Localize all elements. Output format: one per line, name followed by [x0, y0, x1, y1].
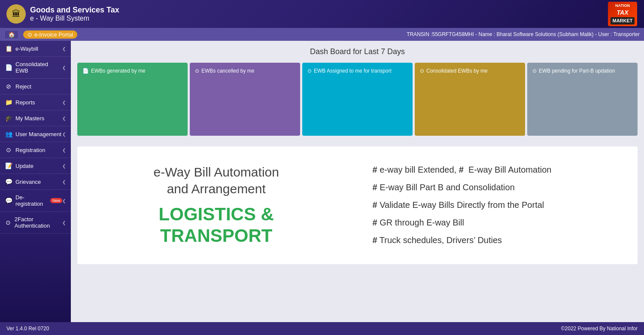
main-layout: 📋 e-Waybill ❮ 📄 Consolidated EWB ❮ ⊘ Rej… — [0, 41, 644, 322]
chevron-icon: ❮ — [62, 116, 66, 121]
sidebar-item-ewaybill[interactable]: 📋 e-Waybill ❮ — [0, 41, 71, 57]
card-ewbs-cancelled[interactable]: ⊙ EWBs cancelled by me — [190, 63, 300, 136]
consolidated-ewb-icon: 📄 — [5, 64, 12, 71]
sidebar-item-reject[interactable]: ⊘ Reject — [0, 79, 71, 94]
de-registration-icon: 💬 — [5, 197, 12, 204]
sidebar-label-reports: Reports — [15, 99, 35, 106]
dashboard-title: Dash Board for Last 7 Days — [77, 47, 638, 56]
promo-point-4: # GR through E-way Bill — [373, 218, 625, 228]
chevron-icon: ❮ — [62, 65, 66, 70]
sidebar-label-update: Update — [15, 163, 33, 169]
sidebar-item-user-management[interactable]: 👥 User Management ❮ — [0, 126, 71, 142]
sidebar-item-consolidated-ewb[interactable]: 📄 Consolidated EWB ❮ — [0, 57, 71, 79]
main-content: Dash Board for Last 7 Days 📄 EWBs genera… — [71, 41, 644, 322]
portal-icon: ⊙ — [27, 31, 32, 38]
sidebar-label-ewaybill: e-Waybill — [15, 46, 38, 52]
card-ewbs-cancelled-title: ⊙ EWBs cancelled by me — [195, 68, 295, 74]
card-icon: 📄 — [82, 68, 89, 74]
chevron-icon: ❮ — [62, 132, 66, 137]
user-type: - User : Transporter — [595, 31, 640, 37]
card-consolidated-ewbs-title: ⊙ Consolidated EWBs by me — [420, 68, 520, 74]
grievance-icon: 💬 — [5, 178, 12, 185]
company-name: - Name : Bharat Software Solutions (Subh… — [475, 31, 593, 37]
promo-point-3: # Validate E-way Bills Directly from the… — [373, 200, 625, 210]
registration-icon: ⊙ — [5, 146, 12, 153]
einvoice-portal-button[interactable]: ⊙ e-Invoice Portal — [23, 30, 77, 39]
promo-main-line1: LOGISTICS & — [159, 204, 274, 225]
card-icon: ⊙ — [420, 68, 424, 74]
user-management-icon: 👥 — [5, 131, 12, 137]
card-icon: ⊙ — [307, 68, 312, 74]
sidebar-label-grievance: Grievance — [15, 179, 41, 185]
card-icon: ⊙ — [532, 68, 537, 74]
card-ewbs-generated[interactable]: 📄 EWBs generated by me — [77, 63, 188, 136]
chevron-icon: ❮ — [62, 148, 66, 152]
ntm-logo-container: NATION TAX MARKET — [605, 2, 640, 26]
sidebar-item-2factor-auth[interactable]: ⊙ 2Factor Authentication ❮ — [0, 212, 71, 234]
promo-section: e-Way Bill Automationand Arrangement LOG… — [77, 146, 638, 264]
card-ewb-assigned[interactable]: ⊙ EWB Assigned to me for transport — [302, 63, 413, 136]
home-button[interactable]: 🏠 — [4, 30, 19, 39]
subheader-info: TRANSIN :55GRFTG458MHI - Name : Bharat S… — [407, 31, 640, 37]
sidebar-item-update[interactable]: 📝 Update ❮ — [0, 158, 71, 174]
reports-icon: 📁 — [5, 99, 12, 106]
ewaybill-icon: 📋 — [5, 45, 12, 52]
promo-point-2: # E-way Bill Part B and Consolidation — [373, 183, 625, 192]
ntm-logo: NATION TAX MARKET — [608, 2, 637, 26]
promo-point-1: # e-way bill Extended, # E-way Bill Auto… — [373, 165, 625, 175]
promo-main-line2: TRANSPORT — [159, 225, 274, 247]
sidebar-item-grievance[interactable]: 💬 Grievance ❮ — [0, 174, 71, 190]
promo-right: # e-way bill Extended, # E-way Bill Auto… — [364, 155, 634, 256]
sidebar-item-registration[interactable]: ⊙ Registration ❮ — [0, 142, 71, 158]
chevron-icon: ❮ — [62, 100, 66, 105]
header-title: Goods and Services Tax e - Way Bill Syst… — [30, 6, 119, 22]
sidebar-label-de-registration: De-registration — [15, 194, 46, 207]
chevron-icon: ❮ — [62, 220, 66, 225]
promo-main: LOGISTICS & TRANSPORT — [159, 204, 274, 247]
sidebar-item-reports[interactable]: 📁 Reports ❮ — [0, 94, 71, 110]
promo-left: e-Way Bill Automationand Arrangement LOG… — [82, 155, 351, 256]
footer-version: Ver 1.4.0 Rel 0720 — [6, 326, 49, 332]
card-consolidated-ewbs[interactable]: ⊙ Consolidated EWBs by me — [415, 63, 525, 136]
update-icon: 📝 — [5, 162, 12, 169]
sidebar-item-de-registration[interactable]: 💬 De-registration New ❮ — [0, 190, 71, 212]
transin: TRANSIN :55GRFTG458MHI — [407, 31, 474, 37]
chevron-icon: ❮ — [62, 164, 66, 168]
card-icon: ⊙ — [195, 68, 199, 74]
footer-copyright: ©2022 Powered By National Infor — [561, 326, 638, 332]
chevron-icon: ❮ — [62, 180, 66, 184]
sidebar-label-reject: Reject — [15, 83, 31, 90]
header: 🏛 Goods and Services Tax e - Way Bill Sy… — [0, 0, 644, 28]
government-emblem: 🏛 — [6, 4, 26, 24]
sidebar-label-consolidated-ewb: Consolidated EWB — [15, 61, 62, 74]
sidebar-label-2factor: 2Factor Authentication — [15, 216, 62, 229]
card-ewb-pending-title: ⊙ EWB pending for Part-B updation — [532, 68, 632, 74]
subheader: 🏠 ⊙ e-Invoice Portal TRANSIN :55GRFTG458… — [0, 28, 644, 41]
header-title-line1: Goods and Services Tax — [30, 6, 119, 15]
sidebar-label-registration: Registration — [15, 147, 45, 153]
promo-point-5: # Truck schedules, Drivers’ Duties — [373, 235, 625, 245]
new-badge: New — [50, 198, 62, 203]
sidebar-item-my-masters[interactable]: 🎓 My Masters ❮ — [0, 110, 71, 126]
sidebar: 📋 e-Waybill ❮ 📄 Consolidated EWB ❮ ⊘ Rej… — [0, 41, 71, 322]
2factor-icon: ⊙ — [5, 219, 11, 226]
reject-icon: ⊘ — [5, 83, 12, 90]
card-ewb-assigned-title: ⊙ EWB Assigned to me for transport — [307, 68, 407, 74]
header-title-line2: e - Way Bill System — [30, 15, 119, 22]
portal-label: e-Invoice Portal — [34, 31, 73, 38]
dashboard-cards: 📄 EWBs generated by me ⊙ EWBs cancelled … — [77, 63, 638, 136]
card-ewb-pending[interactable]: ⊙ EWB pending for Part-B updation — [527, 63, 638, 136]
promo-subtitle: e-Way Bill Automationand Arrangement — [154, 164, 279, 197]
sidebar-label-user-management: User Management — [15, 131, 61, 137]
my-masters-icon: 🎓 — [5, 115, 12, 122]
sidebar-label-my-masters: My Masters — [15, 115, 44, 122]
chevron-icon: ❮ — [62, 46, 66, 51]
footer: Ver 1.4.0 Rel 0720 ©2022 Powered By Nati… — [0, 322, 644, 335]
chevron-icon: ❮ — [62, 198, 66, 203]
card-ewbs-generated-title: 📄 EWBs generated by me — [82, 68, 182, 74]
